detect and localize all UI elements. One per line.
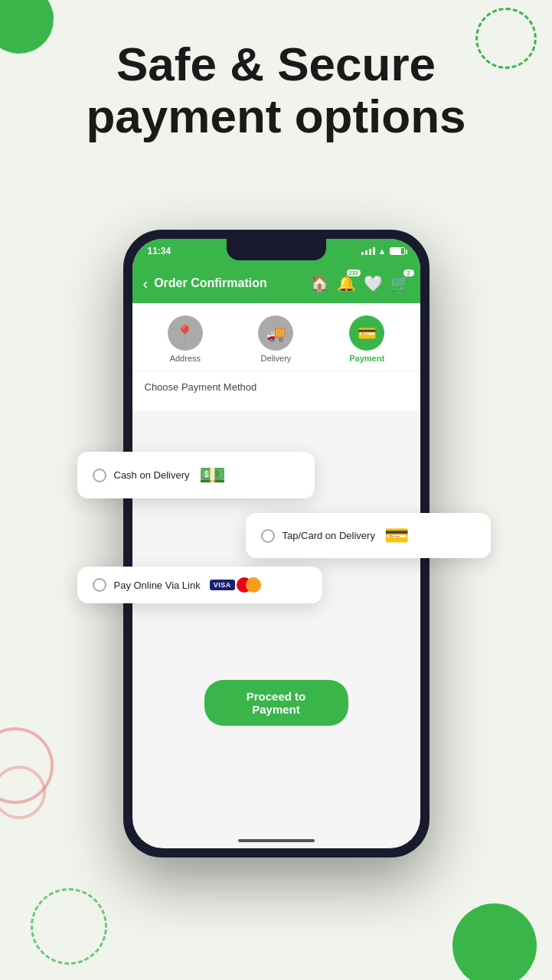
notification-icon[interactable]: 🔔 233 [337, 274, 356, 292]
home-indicator [238, 839, 315, 842]
tap-label: Tap/Card on Delivery [283, 530, 375, 541]
proceed-button-wrapper: Proceed to Payment [204, 680, 348, 726]
status-time: 11:34 [148, 246, 171, 256]
visa-badge: VISA [210, 580, 235, 590]
headline-section: Safe & Secure payment options [0, 38, 552, 142]
phone-notch [227, 239, 326, 260]
step-address: 📍 Address [168, 315, 203, 363]
tap-option-left: Tap/Card on Delivery [261, 529, 375, 543]
headline-text: Safe & Secure payment options [31, 38, 521, 142]
step-delivery: 🚚 Delivery [258, 315, 293, 363]
battery-fill [390, 248, 401, 254]
decor-dashed-circle-bottom-left [31, 888, 107, 965]
battery-icon [390, 247, 405, 255]
step-label-delivery: Delivery [261, 354, 292, 363]
visa-mastercard-icons: VISA [210, 577, 261, 593]
online-radio[interactable] [93, 578, 106, 592]
payment-card-cod[interactable]: Cash on Delivery 💵 [77, 452, 315, 498]
payment-card-tap[interactable]: Tap/Card on Delivery 💳 [246, 513, 491, 558]
decor-ring-mid-left2 [0, 766, 46, 819]
back-button[interactable]: ‹ [143, 275, 149, 292]
step-label-payment: Payment [349, 354, 384, 363]
payment-section: Choose Payment Method [132, 372, 420, 411]
cod-radio[interactable] [93, 469, 106, 482]
status-icons: ▲ [361, 247, 405, 256]
section-title: Choose Payment Method [145, 381, 408, 393]
steps-container: 📍 Address 🚚 Delivery 💳 Payment [132, 303, 420, 371]
payment-card-online[interactable]: Pay Online Via Link VISA [77, 567, 322, 603]
wifi-icon: ▲ [378, 247, 387, 256]
decor-ring-mid-left [0, 727, 54, 804]
decor-circle-bottom-right [452, 903, 537, 980]
phone-mockup: 11:34 ▲ ‹ Order Confirmat [123, 230, 430, 858]
step-circle-address: 📍 [168, 315, 203, 351]
cart-badge: 2 [403, 270, 414, 276]
wishlist-icon[interactable]: 🤍 [364, 274, 383, 292]
signal-bar-2 [365, 250, 367, 255]
app-header: ‹ Order Confirmation 🏠 🔔 233 🤍 🛒 [132, 263, 420, 303]
signal-bar-4 [373, 247, 375, 255]
step-payment: 💳 Payment [349, 315, 384, 363]
mastercard-badge [237, 577, 261, 593]
online-label: Pay Online Via Link [114, 580, 201, 591]
step-label-address: Address [170, 354, 201, 363]
tap-card-icon: 💳 [384, 524, 409, 547]
cart-icon[interactable]: 🛒 2 [390, 274, 410, 292]
cod-option-left: Cash on Delivery [93, 469, 190, 482]
cod-label: Cash on Delivery [114, 469, 190, 481]
signal-bar-3 [369, 249, 371, 255]
header-title: Order Confirmation [154, 276, 303, 290]
header-icons: 🏠 🔔 233 🤍 🛒 2 [310, 274, 410, 292]
home-icon[interactable]: 🏠 [310, 274, 329, 292]
online-option-left: Pay Online Via Link [93, 578, 201, 592]
tap-radio[interactable] [261, 529, 275, 543]
cod-emoji: 💵 [199, 462, 226, 488]
proceed-to-payment-button[interactable]: Proceed to Payment [204, 680, 348, 726]
notification-badge: 233 [347, 270, 361, 276]
step-circle-payment: 💳 [349, 315, 384, 351]
mc-orange-circle [246, 577, 261, 593]
step-circle-delivery: 🚚 [258, 315, 293, 351]
signal-bar-1 [361, 252, 364, 255]
